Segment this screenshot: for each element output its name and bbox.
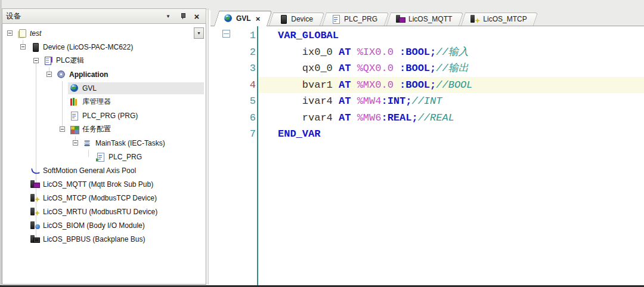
tree-item-content: GVL [68,82,204,94]
code-token: ivar4 [278,95,339,107]
dev-mrtu-icon [30,208,40,216]
device-combo-button[interactable]: ▼ [194,27,204,39]
code-line[interactable]: bvar1 AT %MX0.0 :BOOL;//BOOL [258,77,644,94]
code-line[interactable]: rvar4 AT %MW6:REAL;//REAL [258,110,644,126]
line-number: 5 [210,93,256,110]
code-token: VAR_GLOBAL [278,30,339,41]
gutter-numbers: 1234567 [210,27,256,143]
device-tree: test▼Device (LicOS-PAC-MC622)PLC逻辑Applic… [2,24,206,285]
application-icon [57,70,66,79]
code-token: :BOOL; [400,63,436,74]
tree-item-licos-bpbus[interactable]: LicOS_BPBUS (Backplane Bus) [2,232,206,246]
code-token [394,63,400,74]
tab-label: LicOS_MTCP [483,15,527,23]
tab-label: PLC_PRG [344,15,377,23]
code-token: rvar4 [278,112,339,124]
editor-panel: GVL×DevicePLC_PRGLicOS_MQTTLicOS_MTCP 12… [210,10,644,285]
tree-item-plc-logic[interactable]: PLC逻辑 [2,54,206,67]
tree-item-label: MainTask (IEC-Tasks) [95,139,165,147]
tab-device[interactable]: Device [269,13,320,26]
code-line[interactable]: END_VAR [258,126,644,143]
tree-item-task-config[interactable]: 任务配置 [2,122,206,136]
code-line[interactable]: ix0_0 AT %IX0.0 :BOOL;//输入 [258,44,644,61]
panel-menu-button[interactable]: ▼ [163,11,174,21]
tree-item-library-manager[interactable]: 库管理器 [2,95,206,109]
code-token: %MW4 [357,95,382,107]
collapse-toggle-icon[interactable] [20,44,26,50]
tab-licos_mqtt[interactable]: LicOS_MQTT [386,13,459,26]
tree-item-label: LicOS_BIOM (Body I/O Module) [43,221,145,230]
dev-bpbus-icon [30,235,40,243]
tree-item-label: LicOS_MQTT (Mqtt Brok Sub Pub) [43,180,153,189]
code-token: qx0_0 [278,63,339,74]
tree-item-label: PLC_PRG (PRG) [82,112,138,120]
code-token: %MW6 [357,112,382,124]
tree-item-content: PLC_PRG [94,151,204,163]
tree-item-licos-mtcp[interactable]: LicOS_MTCP (ModbusTCP Device) [2,191,206,205]
tab-licos_mtcp[interactable]: LicOS_MTCP [461,13,534,26]
dev-mqtt-icon [30,180,40,189]
tree-item-content: LicOS_MRTU (ModbusRTU Device) [29,206,204,218]
tab-gvl[interactable]: GVL× [214,11,267,26]
collapse-toggle-icon[interactable] [33,58,39,63]
tree-item-label: 库管理器 [82,97,111,107]
tree-item-label: Device (LicOS-PAC-MC622) [43,43,133,51]
collapse-toggle-icon[interactable] [73,140,78,146]
tree-item-licos-mqtt[interactable]: LicOS_MQTT (Mqtt Brok Sub Pub) [2,177,206,191]
tree-item-content: LicOS_MQTT (Mqtt Brok Sub Pub) [29,178,204,190]
close-panel-button[interactable]: × [191,11,202,21]
code-token [351,79,357,91]
tree-item-licos-biom[interactable]: LicOS_BIOM (Body I/O Module) [2,218,206,232]
device-icon [30,43,40,51]
pin-icon [180,13,185,20]
device-panel: 设备 ▼ × test▼Device (LicOS-PAC-MC622)PLC逻… [2,8,206,285]
plc-logic-icon [44,57,53,65]
tab-label: GVL [236,14,251,23]
library-icon [70,98,79,106]
tree-item-label: LicOS_MRTU (ModbusRTU Device) [43,208,157,216]
tree-item-plc-prg-call[interactable]: PLC_PRG [2,150,206,163]
tree-item-content: LicOS_BIOM (Body I/O Module) [29,220,204,232]
maintask-icon [83,139,92,147]
tree-item-label: LicOS_BPBUS (Backplane Bus) [43,235,145,243]
code-line[interactable]: VAR_GLOBAL [258,27,644,44]
line-number: 6 [210,110,256,126]
close-tab-icon[interactable]: × [256,15,261,23]
collapse-toggle-icon[interactable] [47,72,52,77]
tree-item-label: Application [69,70,108,79]
tree-item-licos-mrtu[interactable]: LicOS_MRTU (ModbusRTU Device) [2,205,206,218]
code-token: //REAL [418,112,454,124]
tree-item-content: MainTask (IEC-Tasks) [81,137,204,149]
panel-splitter[interactable] [208,8,209,285]
tree-item-content: LicOS_MTCP (ModbusTCP Device) [29,192,204,204]
code-token: ix0_0 [278,47,339,58]
tree-item-label: LicOS_MTCP (ModbusTCP Device) [43,194,157,202]
code-line[interactable]: qx0_0 AT %QX0.0 :BOOL;//输出 [258,60,644,77]
code-token [351,95,357,107]
pin-panel-button[interactable] [177,11,188,21]
code-token [351,63,357,74]
tree-item-label: 任务配置 [82,124,111,134]
code-token: :BOOL; [400,79,436,91]
collapse-toggle-icon[interactable] [60,126,65,132]
tree-item-content: LicOS_BPBUS (Backplane Bus) [29,233,204,245]
prg-icon [332,15,341,23]
tree-item-gvl[interactable]: GVL [2,81,206,95]
code-token: :REAL; [381,112,417,124]
code-line[interactable]: ivar4 AT %MW4:INT;//INT [258,93,644,110]
dev-biom-icon [30,221,40,230]
code-lines: VAR_GLOBAL ix0_0 AT %IX0.0 :BOOL;//输入 qx… [258,27,644,143]
tree-item-test[interactable]: test▼ [2,26,206,40]
tree-item-maintask[interactable]: MainTask (IEC-Tasks) [2,136,206,150]
tree-item-label: PLC逻辑 [56,55,84,66]
collapse-toggle-icon[interactable] [7,30,13,36]
tree-item-softmotion-axis-pool[interactable]: SoftMotion General Axis Pool [2,163,206,177]
chevron-down-icon: ▼ [166,14,171,19]
tree-item-application[interactable]: Application [2,67,206,81]
tab-plc_prg[interactable]: PLC_PRG [322,13,385,26]
tree-item-device[interactable]: Device (LicOS-PAC-MC622) [2,40,206,54]
tree-item-plc-prg[interactable]: PLC_PRG (PRG) [2,109,206,122]
line-number: 4 [210,77,256,94]
dev-mtcp-icon [30,194,40,202]
code-editor[interactable]: 1234567 VAR_GLOBAL ix0_0 AT %IX0.0 :BOOL… [210,26,644,285]
